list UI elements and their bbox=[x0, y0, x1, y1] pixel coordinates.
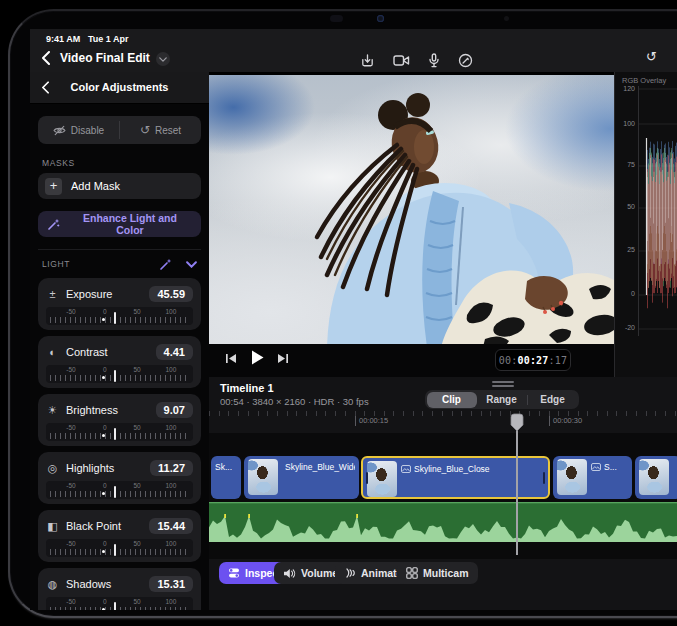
trim-handle-left[interactable] bbox=[366, 472, 368, 484]
mode-clip-button[interactable]: Clip bbox=[427, 392, 477, 408]
scope-axis-label: 25 bbox=[615, 246, 635, 253]
magic-wand-icon bbox=[47, 218, 60, 231]
project-menu-chevron-icon[interactable] bbox=[156, 52, 170, 66]
slider-label: Brightness bbox=[66, 404, 149, 416]
trim-handle-right[interactable] bbox=[543, 472, 545, 484]
project-title: Video Final Edit bbox=[60, 51, 150, 65]
timeline-ruler[interactable]: 00:00:15 00:00:30 bbox=[209, 409, 677, 433]
ruler-scale-label: 50 bbox=[134, 366, 141, 373]
audio-clip-waveform[interactable] bbox=[209, 502, 677, 542]
slider-value[interactable]: 15.31 bbox=[149, 576, 193, 592]
ruler-scale-label: 50 bbox=[134, 482, 141, 489]
timeline-resize-handle[interactable] bbox=[492, 381, 514, 387]
slider-value[interactable]: 15.44 bbox=[149, 518, 193, 534]
clip-skyline-blue-wide[interactable]: Skyline_Blue_Wide bbox=[244, 456, 359, 499]
ruler-scale-label: -50 bbox=[66, 482, 75, 489]
ruler-label: 00:00:15 bbox=[355, 416, 388, 426]
plus-icon: + bbox=[45, 178, 62, 195]
ruler-cursor bbox=[114, 428, 116, 440]
playhead-handle[interactable] bbox=[510, 413, 524, 436]
reset-button[interactable]: ↺ Reset bbox=[120, 116, 201, 144]
panel-header: Color Adjustments bbox=[30, 72, 209, 104]
clip-label: Skyline_Blue_Wide bbox=[282, 462, 355, 472]
slider-ruler[interactable]: -50 0 50 100 bbox=[46, 597, 193, 610]
slider-value[interactable]: 9.07 bbox=[156, 402, 193, 418]
slider-label: Exposure bbox=[66, 288, 142, 300]
clip-thumbnail bbox=[557, 459, 587, 495]
ruler-scale-label: 50 bbox=[134, 598, 141, 605]
scope-waveform bbox=[639, 86, 677, 336]
next-frame-button[interactable] bbox=[277, 353, 289, 364]
mode-range-button[interactable]: Range bbox=[477, 392, 527, 408]
play-button[interactable] bbox=[251, 350, 264, 365]
collapse-chevron-icon[interactable] bbox=[186, 261, 197, 268]
clip-label: Sk... bbox=[215, 462, 232, 472]
import-media-button[interactable] bbox=[360, 53, 375, 68]
pencil-tool-button[interactable] bbox=[458, 53, 473, 68]
ruler-ticks bbox=[50, 607, 189, 610]
microphone-icon bbox=[428, 53, 440, 68]
slider-ruler[interactable]: -50 0 50 100 bbox=[46, 365, 193, 383]
ruler-label: 00:00:30 bbox=[549, 416, 582, 426]
brightness-icon: ☀ bbox=[46, 404, 59, 417]
undo-icon: ↺ bbox=[646, 49, 657, 64]
multicam-icon bbox=[406, 567, 418, 579]
slider-label: Contrast bbox=[66, 346, 149, 358]
ruler-origin-dot bbox=[102, 550, 105, 553]
contrast-icon: ◐ bbox=[46, 346, 59, 358]
ruler-scale-label: -50 bbox=[66, 308, 75, 315]
camera-button[interactable] bbox=[393, 54, 410, 67]
previous-frame-button[interactable] bbox=[225, 353, 237, 364]
selection-mode-segmented-control: Clip Range Edge bbox=[425, 390, 579, 409]
ruler-origin-dot bbox=[102, 608, 105, 610]
slider-value[interactable]: 4.41 bbox=[156, 344, 193, 360]
light-sliders-list: ± Exposure 45.59 -50 0 50 100 ◐ Contrast… bbox=[38, 278, 201, 610]
add-mask-button[interactable]: + Add Mask bbox=[38, 173, 201, 199]
shadows-icon: ◍ bbox=[46, 578, 59, 591]
disable-reset-group: Disable ↺ Reset bbox=[38, 116, 201, 144]
back-button[interactable] bbox=[42, 51, 50, 68]
prev-frame-icon bbox=[225, 353, 237, 364]
slider-ruler[interactable]: -50 0 50 100 bbox=[46, 307, 193, 325]
slider-label: Black Point bbox=[66, 520, 142, 532]
light-section-header: LIGHT bbox=[38, 256, 201, 272]
slider-ruler[interactable]: -50 0 50 100 bbox=[46, 423, 193, 441]
ruler-cursor bbox=[114, 486, 116, 498]
clip-skyline-partial[interactable]: Sk... bbox=[211, 456, 241, 499]
scope-title: RGB Overlay bbox=[622, 76, 666, 85]
enhance-light-color-button[interactable]: Enhance Light and Color bbox=[38, 211, 201, 237]
reset-label: Reset bbox=[155, 125, 181, 136]
slider-ruler[interactable]: -50 0 50 100 bbox=[46, 481, 193, 499]
ruler-scale-label: 50 bbox=[134, 308, 141, 315]
timeline-info: 00:54 · 3840 × 2160 · HDR · 30 fps bbox=[220, 396, 369, 407]
animate-icon bbox=[344, 567, 356, 579]
eye-off-icon bbox=[53, 125, 66, 136]
ruler-scale-label: 100 bbox=[166, 366, 177, 373]
slider-value[interactable]: 45.59 bbox=[149, 286, 193, 302]
center-toolbar bbox=[360, 48, 473, 72]
slider-card: ◍ Shadows 15.31 -50 0 50 100 bbox=[38, 568, 201, 610]
ruler-scale-label: 50 bbox=[134, 540, 141, 547]
divider bbox=[38, 249, 201, 250]
clip-label: S... bbox=[591, 462, 617, 472]
slider-value[interactable]: 11.27 bbox=[150, 460, 193, 476]
mode-edge-button[interactable]: Edge bbox=[528, 392, 578, 408]
slider-ruler[interactable]: -50 0 50 100 bbox=[46, 539, 193, 557]
microphone-button[interactable] bbox=[428, 53, 440, 68]
auto-enhance-wand-icon[interactable] bbox=[159, 258, 172, 271]
ruler-scale-label: -50 bbox=[66, 424, 75, 431]
clip-skyline-blue-close-selected[interactable]: Skyline_Blue_Close bbox=[361, 456, 550, 499]
timecode-display[interactable]: 00:00:27:17 bbox=[495, 349, 571, 371]
ruler-scale-label: 0 bbox=[103, 366, 107, 373]
scope-axis-label: 100 bbox=[615, 120, 635, 127]
multicam-button[interactable]: Multicam bbox=[397, 562, 478, 584]
timeline-name: Timeline 1 bbox=[220, 382, 274, 394]
bezel-sensor bbox=[330, 15, 343, 22]
clip-partial-right[interactable] bbox=[635, 456, 677, 499]
clip-skyline-short[interactable]: S... bbox=[553, 456, 632, 499]
disable-button[interactable]: Disable bbox=[38, 116, 119, 144]
undo-button[interactable]: ↺ bbox=[646, 49, 657, 64]
ruler-origin-dot bbox=[102, 318, 105, 321]
timeline-footer-toolbar: Inspect Volume Animate bbox=[209, 559, 677, 589]
ruler-scale-label: 100 bbox=[166, 482, 177, 489]
